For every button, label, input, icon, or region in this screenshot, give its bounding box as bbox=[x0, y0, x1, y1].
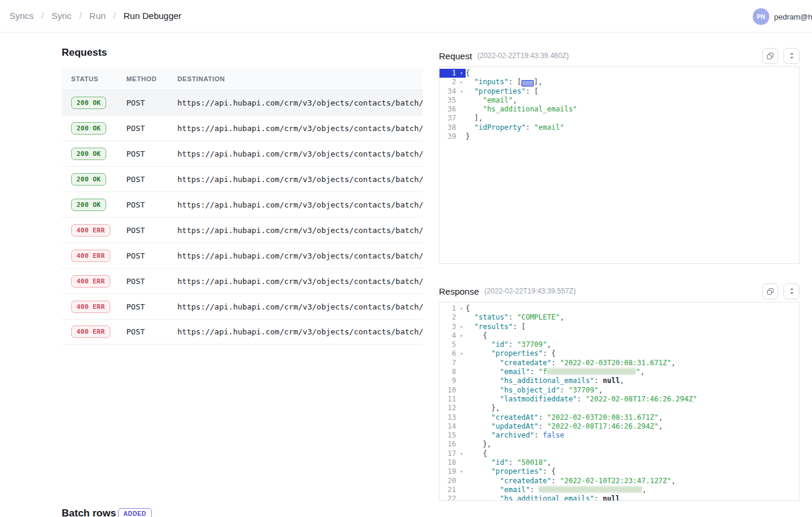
line-number[interactable]: 35 bbox=[440, 96, 457, 105]
code-token: ], bbox=[534, 78, 542, 86]
code-token: "37709" bbox=[568, 386, 598, 394]
table-row[interactable]: 200 OKPOSThttps://api.hubapi.com/crm/v3/… bbox=[62, 166, 423, 192]
line-number[interactable]: 14 bbox=[440, 422, 457, 431]
line-number[interactable]: 1 bbox=[440, 69, 457, 78]
line-number[interactable]: 11 bbox=[440, 395, 457, 404]
line-number[interactable]: 2 bbox=[440, 78, 457, 87]
line-number[interactable]: 12 bbox=[440, 404, 457, 413]
status-badge: 400 ERR bbox=[71, 275, 110, 288]
status-badge: 400 ERR bbox=[71, 325, 110, 338]
expand-request-button[interactable] bbox=[784, 48, 800, 64]
chevron-down-icon[interactable]: ▾ bbox=[457, 331, 466, 340]
line-number[interactable]: 1 bbox=[440, 304, 457, 313]
line-number[interactable]: 7 bbox=[440, 359, 457, 368]
gutter: 36 bbox=[440, 105, 466, 114]
breadcrumb-item-sync[interactable]: Sync bbox=[52, 11, 71, 21]
chevron-down-icon[interactable]: ▾ bbox=[457, 467, 466, 476]
line-number[interactable]: 13 bbox=[440, 413, 457, 422]
line-number[interactable]: 5 bbox=[440, 340, 457, 349]
code-content: } bbox=[466, 132, 799, 141]
line-number[interactable]: 38 bbox=[440, 123, 457, 132]
line-number[interactable]: 3 bbox=[440, 323, 457, 331]
gutter: 4▾ bbox=[440, 331, 466, 340]
table-row[interactable]: 200 OKPOSThttps://api.hubapi.com/crm/v3/… bbox=[62, 192, 423, 217]
line-number[interactable]: 18 bbox=[440, 458, 457, 467]
breadcrumb-item-run[interactable]: Run bbox=[90, 11, 106, 21]
code-token bbox=[466, 96, 483, 104]
table-row[interactable]: 400 ERRPOSThttps://api.hubapi.com/crm/v3… bbox=[62, 268, 423, 293]
account-menu[interactable]: PN pedram@hig bbox=[753, 8, 812, 25]
code-token bbox=[466, 87, 474, 95]
code-token: "id" bbox=[491, 340, 508, 349]
line-number[interactable]: 19 bbox=[440, 467, 457, 476]
table-row[interactable]: 200 OKPOSThttps://api.hubapi.com/crm/v3/… bbox=[62, 115, 423, 141]
line-number[interactable]: 16 bbox=[440, 440, 457, 449]
chevron-down-icon[interactable]: ▾ bbox=[457, 449, 466, 458]
table-row[interactable]: 400 ERRPOSThttps://api.hubapi.com/crm/v3… bbox=[62, 217, 423, 242]
line-number[interactable]: 21 bbox=[440, 486, 457, 494]
table-row[interactable]: 400 ERRPOSThttps://api.hubapi.com/crm/v3… bbox=[62, 242, 423, 268]
code-content: "archived": false bbox=[466, 431, 799, 440]
line-number[interactable]: 36 bbox=[440, 105, 457, 114]
line-number[interactable]: 15 bbox=[440, 431, 457, 440]
code-token bbox=[466, 422, 491, 430]
code-content: "properties": { bbox=[466, 349, 799, 358]
expand-response-button[interactable] bbox=[784, 283, 800, 299]
line-number[interactable]: 39 bbox=[440, 132, 457, 141]
code-token bbox=[466, 413, 491, 422]
table-row[interactable]: 400 ERRPOSThttps://api.hubapi.com/crm/v3… bbox=[62, 319, 423, 344]
line-number[interactable]: 17 bbox=[440, 449, 457, 458]
copy-request-button[interactable] bbox=[762, 48, 778, 64]
code-content: "hs_object_id": "37709", bbox=[466, 386, 799, 395]
code-line: 2▸ "inputs": [···], bbox=[440, 78, 799, 87]
request-code-editor[interactable]: 1▾{2▸ "inputs": [···],34▾ "properties": … bbox=[439, 66, 800, 264]
line-number[interactable]: 37 bbox=[440, 114, 457, 123]
fold-spacer bbox=[457, 96, 466, 105]
gutter: 2 bbox=[440, 313, 466, 322]
chevron-down-icon[interactable]: ▾ bbox=[457, 87, 466, 96]
code-line: 14 "updatedAt": "2022-02-08T17:46:26.294… bbox=[440, 422, 799, 431]
gutter: 12 bbox=[440, 404, 466, 413]
code-token: : bbox=[539, 413, 547, 422]
line-number[interactable]: 34 bbox=[440, 87, 457, 96]
fold-spacer bbox=[457, 368, 466, 376]
line-number[interactable]: 6 bbox=[440, 349, 457, 358]
code-token: "id" bbox=[491, 458, 508, 467]
collapsed-content-box[interactable]: ··· bbox=[521, 80, 534, 87]
line-number[interactable]: 9 bbox=[440, 376, 457, 385]
line-number[interactable]: 10 bbox=[440, 386, 457, 395]
chevron-down-icon[interactable]: ▾ bbox=[457, 69, 466, 78]
fold-spacer bbox=[457, 477, 466, 486]
code-token bbox=[466, 368, 500, 376]
fold-spacer bbox=[457, 486, 466, 494]
method-cell: POST bbox=[126, 327, 177, 336]
chevron-down-icon[interactable]: ▾ bbox=[457, 304, 466, 313]
breadcrumb-item-syncs[interactable]: Syncs bbox=[9, 11, 34, 21]
line-number[interactable]: 20 bbox=[440, 477, 457, 486]
chevron-down-icon[interactable]: ▾ bbox=[457, 349, 466, 358]
table-row[interactable]: 200 OKPOSThttps://api.hubapi.com/crm/v3/… bbox=[62, 90, 423, 115]
line-number[interactable]: 8 bbox=[440, 368, 457, 376]
fold-spacer bbox=[457, 340, 466, 349]
line-number[interactable]: 22 bbox=[440, 494, 457, 501]
code-token: , bbox=[658, 422, 663, 430]
line-number[interactable]: 2 bbox=[440, 313, 457, 322]
response-code-editor[interactable]: 1▾{2 "status": "COMPLETE",3▾ "results": … bbox=[439, 302, 800, 501]
chevron-down-icon[interactable]: ▾ bbox=[457, 323, 466, 331]
response-panel-title: Response bbox=[439, 286, 479, 296]
table-row[interactable]: 400 ERRPOSThttps://api.hubapi.com/crm/v3… bbox=[62, 293, 423, 319]
gutter: 14 bbox=[440, 422, 466, 431]
line-number[interactable]: 4 bbox=[440, 331, 457, 340]
avatar[interactable]: PN bbox=[753, 8, 769, 25]
table-row[interactable]: 200 OKPOSThttps://api.hubapi.com/crm/v3/… bbox=[62, 141, 423, 166]
code-token bbox=[466, 477, 500, 485]
code-token: "properties" bbox=[491, 467, 543, 475]
chevron-right-icon[interactable]: ▸ bbox=[457, 78, 466, 87]
up-down-arrows-icon bbox=[788, 288, 795, 295]
copy-response-button[interactable] bbox=[762, 283, 778, 299]
fold-spacer bbox=[457, 431, 466, 440]
code-content: "properties": [ bbox=[466, 87, 799, 96]
code-token: { bbox=[466, 449, 487, 458]
code-token: , bbox=[620, 376, 624, 385]
gutter: 5 bbox=[440, 340, 466, 349]
